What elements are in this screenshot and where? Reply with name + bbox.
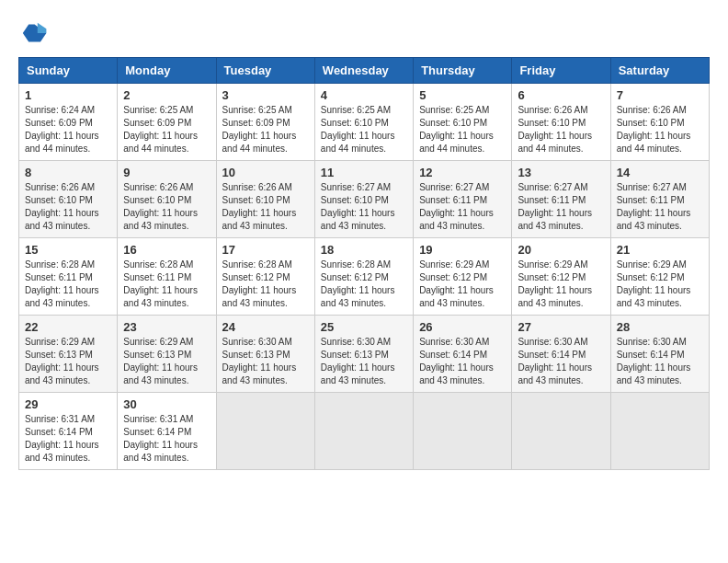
day-number: 2 [123, 88, 210, 102]
day-number: 26 [419, 320, 506, 334]
day-number: 18 [321, 243, 407, 257]
calendar-cell: 21 Sunrise: 6:29 AMSunset: 6:12 PMDaylig… [610, 238, 709, 316]
day-info: Sunrise: 6:27 AMSunset: 6:11 PMDaylight:… [518, 181, 604, 233]
day-number: 11 [321, 166, 407, 179]
calendar-table: SundayMondayTuesdayWednesdayThursdayFrid… [18, 57, 710, 470]
day-number: 22 [25, 320, 111, 334]
day-info: Sunrise: 6:30 AMSunset: 6:13 PMDaylight:… [222, 336, 309, 387]
calendar-cell: 10 Sunrise: 6:26 AMSunset: 6:10 PMDaylig… [216, 161, 314, 238]
calendar-cell [610, 393, 709, 470]
day-number: 12 [419, 166, 506, 179]
day-header-wednesday: Wednesday [314, 58, 413, 84]
calendar-cell: 3 Sunrise: 6:25 AMSunset: 6:09 PMDayligh… [216, 84, 314, 161]
day-number: 7 [617, 88, 703, 102]
day-number: 10 [222, 166, 309, 179]
day-info: Sunrise: 6:29 AMSunset: 6:13 PMDaylight:… [25, 336, 111, 387]
day-info: Sunrise: 6:28 AMSunset: 6:12 PMDaylight:… [321, 259, 407, 310]
day-info: Sunrise: 6:30 AMSunset: 6:14 PMDaylight:… [617, 336, 703, 387]
calendar-cell: 7 Sunrise: 6:26 AMSunset: 6:10 PMDayligh… [610, 84, 709, 161]
calendar-cell: 27 Sunrise: 6:30 AMSunset: 6:14 PMDaylig… [512, 316, 610, 393]
calendar-cell: 16 Sunrise: 6:28 AMSunset: 6:11 PMDaylig… [118, 238, 216, 316]
day-info: Sunrise: 6:25 AMSunset: 6:10 PMDaylight:… [321, 104, 407, 155]
day-number: 3 [222, 88, 309, 102]
day-info: Sunrise: 6:24 AMSunset: 6:09 PMDaylight:… [25, 104, 111, 155]
day-info: Sunrise: 6:28 AMSunset: 6:11 PMDaylight:… [123, 259, 210, 310]
day-info: Sunrise: 6:26 AMSunset: 6:10 PMDaylight:… [25, 181, 111, 233]
day-info: Sunrise: 6:27 AMSunset: 6:10 PMDaylight:… [321, 181, 407, 233]
day-number: 14 [617, 166, 703, 179]
calendar-cell: 13 Sunrise: 6:27 AMSunset: 6:11 PMDaylig… [512, 161, 610, 238]
calendar-cell: 1 Sunrise: 6:24 AMSunset: 6:09 PMDayligh… [19, 84, 118, 161]
calendar-cell: 12 Sunrise: 6:27 AMSunset: 6:11 PMDaylig… [414, 161, 512, 238]
calendar-header-row: SundayMondayTuesdayWednesdayThursdayFrid… [19, 58, 710, 84]
calendar-cell [216, 393, 314, 470]
calendar-cell: 29 Sunrise: 6:31 AMSunset: 6:14 PMDaylig… [19, 393, 118, 470]
page-header [18, 18, 710, 48]
day-number: 13 [518, 166, 604, 179]
calendar-cell: 28 Sunrise: 6:30 AMSunset: 6:14 PMDaylig… [610, 316, 709, 393]
day-info: Sunrise: 6:25 AMSunset: 6:09 PMDaylight:… [222, 104, 309, 155]
calendar-cell: 9 Sunrise: 6:26 AMSunset: 6:10 PMDayligh… [118, 161, 216, 238]
calendar-cell: 26 Sunrise: 6:30 AMSunset: 6:14 PMDaylig… [414, 316, 512, 393]
logo-icon [18, 18, 48, 48]
calendar-cell: 20 Sunrise: 6:29 AMSunset: 6:12 PMDaylig… [512, 238, 610, 316]
svg-marker-1 [38, 23, 47, 33]
calendar-cell: 23 Sunrise: 6:29 AMSunset: 6:13 PMDaylig… [118, 316, 216, 393]
day-number: 28 [617, 320, 703, 334]
day-number: 20 [518, 243, 604, 257]
day-number: 6 [518, 88, 604, 102]
day-number: 25 [321, 320, 407, 334]
day-number: 17 [222, 243, 309, 257]
day-header-tuesday: Tuesday [216, 58, 314, 84]
calendar-week-row: 29 Sunrise: 6:31 AMSunset: 6:14 PMDaylig… [19, 393, 710, 470]
day-number: 9 [123, 166, 210, 179]
day-info: Sunrise: 6:30 AMSunset: 6:14 PMDaylight:… [518, 336, 604, 387]
day-number: 30 [123, 397, 210, 411]
day-info: Sunrise: 6:29 AMSunset: 6:12 PMDaylight:… [419, 259, 506, 310]
calendar-cell: 4 Sunrise: 6:25 AMSunset: 6:10 PMDayligh… [314, 84, 413, 161]
day-info: Sunrise: 6:28 AMSunset: 6:11 PMDaylight:… [25, 259, 111, 310]
day-info: Sunrise: 6:27 AMSunset: 6:11 PMDaylight:… [617, 181, 703, 233]
calendar-week-row: 8 Sunrise: 6:26 AMSunset: 6:10 PMDayligh… [19, 161, 710, 238]
calendar-cell: 6 Sunrise: 6:26 AMSunset: 6:10 PMDayligh… [512, 84, 610, 161]
day-number: 15 [25, 243, 111, 257]
day-number: 19 [419, 243, 506, 257]
day-number: 27 [518, 320, 604, 334]
day-info: Sunrise: 6:31 AMSunset: 6:14 PMDaylight:… [25, 413, 111, 465]
calendar-cell: 15 Sunrise: 6:28 AMSunset: 6:11 PMDaylig… [19, 238, 118, 316]
calendar-cell [414, 393, 512, 470]
calendar-cell: 18 Sunrise: 6:28 AMSunset: 6:12 PMDaylig… [314, 238, 413, 316]
calendar-cell: 19 Sunrise: 6:29 AMSunset: 6:12 PMDaylig… [414, 238, 512, 316]
day-info: Sunrise: 6:30 AMSunset: 6:14 PMDaylight:… [419, 336, 506, 387]
day-info: Sunrise: 6:25 AMSunset: 6:09 PMDaylight:… [123, 104, 210, 155]
calendar-cell: 11 Sunrise: 6:27 AMSunset: 6:10 PMDaylig… [314, 161, 413, 238]
day-header-friday: Friday [512, 58, 610, 84]
day-header-sunday: Sunday [19, 58, 118, 84]
day-header-thursday: Thursday [414, 58, 512, 84]
calendar-cell: 24 Sunrise: 6:30 AMSunset: 6:13 PMDaylig… [216, 316, 314, 393]
day-info: Sunrise: 6:26 AMSunset: 6:10 PMDaylight:… [518, 104, 604, 155]
day-number: 23 [123, 320, 210, 334]
calendar-cell [512, 393, 610, 470]
day-number: 4 [321, 88, 407, 102]
day-number: 16 [123, 243, 210, 257]
logo [18, 18, 51, 48]
day-number: 21 [617, 243, 703, 257]
day-info: Sunrise: 6:29 AMSunset: 6:12 PMDaylight:… [617, 259, 703, 310]
calendar-cell: 2 Sunrise: 6:25 AMSunset: 6:09 PMDayligh… [118, 84, 216, 161]
day-info: Sunrise: 6:27 AMSunset: 6:11 PMDaylight:… [419, 181, 506, 233]
day-info: Sunrise: 6:26 AMSunset: 6:10 PMDaylight:… [222, 181, 309, 233]
day-info: Sunrise: 6:29 AMSunset: 6:13 PMDaylight:… [123, 336, 210, 387]
day-info: Sunrise: 6:25 AMSunset: 6:10 PMDaylight:… [419, 104, 506, 155]
calendar-week-row: 1 Sunrise: 6:24 AMSunset: 6:09 PMDayligh… [19, 84, 710, 161]
day-header-saturday: Saturday [610, 58, 709, 84]
day-info: Sunrise: 6:30 AMSunset: 6:13 PMDaylight:… [321, 336, 407, 387]
calendar-cell: 14 Sunrise: 6:27 AMSunset: 6:11 PMDaylig… [610, 161, 709, 238]
calendar-cell: 22 Sunrise: 6:29 AMSunset: 6:13 PMDaylig… [19, 316, 118, 393]
calendar-cell: 5 Sunrise: 6:25 AMSunset: 6:10 PMDayligh… [414, 84, 512, 161]
day-number: 1 [25, 88, 111, 102]
day-header-monday: Monday [118, 58, 216, 84]
calendar-cell: 17 Sunrise: 6:28 AMSunset: 6:12 PMDaylig… [216, 238, 314, 316]
calendar-week-row: 15 Sunrise: 6:28 AMSunset: 6:11 PMDaylig… [19, 238, 710, 316]
calendar-cell [314, 393, 413, 470]
